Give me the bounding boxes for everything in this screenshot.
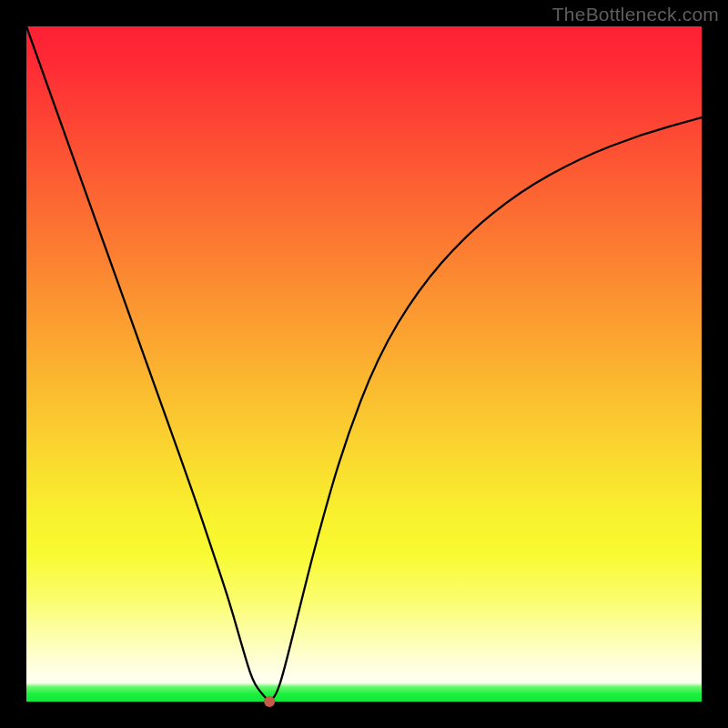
curve-svg <box>26 26 702 702</box>
optimal-point-marker <box>264 696 275 707</box>
bottleneck-curve-path <box>26 26 702 700</box>
chart-stage: TheBottleneck.com <box>0 0 728 728</box>
watermark-text: TheBottleneck.com <box>552 4 719 25</box>
plot-area <box>26 26 702 702</box>
